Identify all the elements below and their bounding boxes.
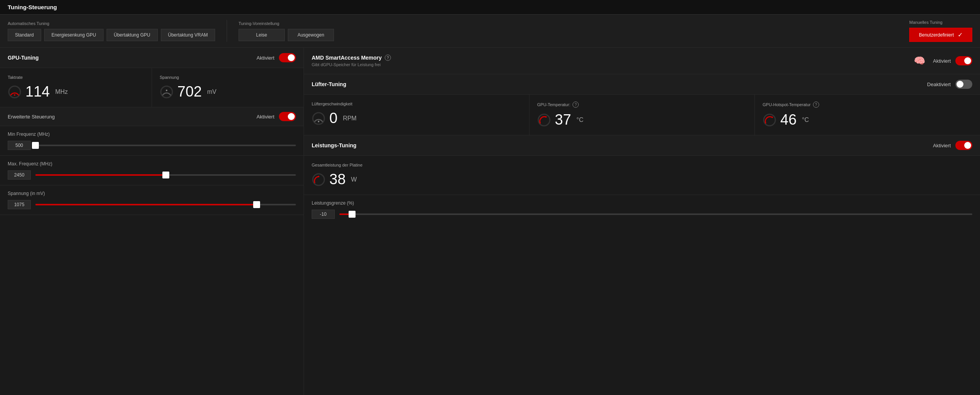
app-title: Tuning-Steuerung	[8, 4, 972, 10]
lufeter-status: Deaktiviert	[927, 80, 972, 89]
taktrate-gauge-svg	[8, 85, 22, 99]
hotspot-temp-cell: GPU-Hotspot-Temperatur ? 46 °C	[755, 95, 980, 135]
preset-divider-1	[227, 20, 227, 42]
svg-point-1	[14, 94, 15, 96]
preset-btn-energie[interactable]: Energiesenkung GPU	[44, 29, 104, 41]
leistung-toggle-track	[955, 141, 972, 150]
gesamtleistung-value-row: 38 W	[312, 171, 972, 188]
hotspot-gauge-svg	[763, 113, 776, 127]
svg-point-11	[318, 176, 319, 177]
taktrate-gauge-icon	[8, 85, 22, 99]
smart-access-section: AMD SmartAccess Memory ? Gibt dGPU-Speic…	[304, 48, 980, 74]
spannung-mv-section: Spannung (in mV) 1075	[0, 185, 304, 215]
lufeter-geschwindigkeit-unit: RPM	[343, 115, 357, 122]
lufeter-toggle-track	[955, 80, 972, 89]
svg-point-5	[318, 121, 319, 122]
gpu-temp-gauge-svg	[537, 113, 551, 127]
main-content: GPU-Tuning Aktiviert Taktrate	[0, 48, 980, 395]
manuell-btn[interactable]: Benutzerdefiniert ✓	[909, 28, 972, 42]
gesamtleistung-section: Gesamtleistung der Platine 38 W	[304, 156, 980, 195]
gpu-tuning-toggle-track	[279, 53, 296, 62]
leistung-header: Leistungs-Tuning Aktiviert	[304, 135, 980, 156]
hotspot-temp-info-icon[interactable]: ?	[813, 102, 819, 108]
svg-point-7	[545, 116, 547, 118]
erweiterte-row: Erweiterte Steuerung Aktiviert	[0, 107, 304, 126]
lufeter-metrics-row: Lüftergeschwindigkeit 0 RPM	[304, 95, 980, 135]
gpu-tuning-status: Aktiviert	[257, 53, 296, 62]
gpu-tuning-header: GPU-Tuning Aktiviert	[0, 48, 304, 68]
leistungsgrenze-label: Leistungsgrenze (%)	[312, 200, 972, 206]
lufeter-title: Lüfter-Tuning	[312, 81, 346, 87]
lufeter-header: Lüfter-Tuning Deaktiviert	[304, 74, 980, 95]
hotspot-temp-label: GPU-Hotspot-Temperatur ?	[763, 102, 972, 108]
gesamtleistung-gauge-icon	[312, 173, 326, 187]
spannung-cell: Spannung 702 mV	[152, 68, 304, 107]
taktrate-label: Taktrate	[8, 75, 144, 80]
auto-tuning-section: Automatisches Tuning Standard Energiesen…	[8, 21, 215, 41]
voreinstellung-label: Tuning-Voreinstellung	[239, 21, 334, 26]
spannung-mv-fill	[35, 204, 257, 205]
spannung-gauge-svg	[160, 85, 174, 99]
erweiterte-label: Erweiterte Steuerung	[8, 114, 55, 120]
max-freq-track[interactable]	[35, 174, 296, 176]
smart-access-status: Aktiviert	[933, 56, 972, 65]
preset-btn-leise[interactable]: Leise	[239, 29, 285, 41]
svg-point-9	[771, 117, 773, 118]
svg-point-3	[166, 90, 167, 91]
erweiterte-toggle-track	[279, 112, 296, 121]
leistungsgrenze-row: -10	[312, 210, 972, 219]
smart-access-toggle[interactable]	[955, 56, 972, 65]
max-freq-label: Max. Frequenz (MHz)	[8, 161, 296, 167]
svg-point-0	[9, 86, 20, 98]
leistung-toggle-thumb	[964, 142, 971, 149]
max-freq-thumb[interactable]	[162, 172, 169, 178]
leistungsgrenze-section: Leistungsgrenze (%) -10	[304, 195, 980, 224]
auto-tuning-label: Automatisches Tuning	[8, 21, 215, 26]
taktrate-unit: MHz	[55, 88, 68, 95]
smart-access-desc: Gibt dGPU-Speicher für Leistung frei	[312, 62, 906, 67]
smart-access-info: AMD SmartAccess Memory ? Gibt dGPU-Speic…	[312, 55, 906, 67]
taktrate-value-row: 114 MHz	[8, 83, 144, 100]
smart-access-info-icon[interactable]: ?	[385, 55, 391, 61]
spannung-value: 702	[177, 83, 202, 100]
gpu-temp-value-row: 37 °C	[537, 112, 747, 128]
min-freq-row: 500	[8, 141, 296, 150]
hotspot-temp-value: 46	[780, 112, 796, 128]
lufeter-gauge-icon	[312, 112, 326, 125]
preset-btn-uebertaktung-vram[interactable]: Übertaktung VRAM	[161, 29, 215, 41]
gesamtleistung-value: 38	[329, 171, 346, 188]
leistung-status-label: Aktiviert	[933, 143, 951, 148]
leistungsgrenze-thumb[interactable]	[349, 211, 356, 218]
gpu-tuning-toggle-thumb	[288, 54, 295, 61]
preset-btn-ausgewogen[interactable]: Ausgewogen	[288, 29, 334, 41]
lufeter-toggle[interactable]	[955, 80, 972, 89]
smart-access-title: AMD SmartAccess Memory	[312, 55, 382, 61]
erweiterte-toggle[interactable]	[279, 112, 296, 121]
leistung-toggle[interactable]	[955, 141, 972, 150]
spannung-mv-track[interactable]	[35, 204, 296, 205]
gpu-tuning-toggle[interactable]	[279, 53, 296, 62]
preset-btn-uebertaktung-gpu[interactable]: Übertaktung GPU	[107, 29, 158, 41]
preset-btn-standard[interactable]: Standard	[8, 29, 41, 41]
spannung-mv-value: 1075	[8, 200, 31, 209]
spannung-unit: mV	[207, 88, 216, 95]
gpu-temp-info-icon[interactable]: ?	[573, 102, 579, 108]
taktrate-cell: Taktrate 114 MHz	[0, 68, 152, 107]
min-freq-track[interactable]	[35, 145, 296, 146]
smart-access-toggle-track	[955, 56, 972, 65]
app-header: Tuning-Steuerung	[0, 0, 980, 15]
auto-tuning-buttons: Standard Energiesenkung GPU Übertaktung …	[8, 29, 215, 41]
spannung-mv-thumb[interactable]	[253, 201, 260, 208]
hotspot-gauge-icon	[763, 113, 776, 127]
min-freq-thumb[interactable]	[32, 142, 39, 149]
spannung-gauge-icon	[160, 85, 174, 99]
spannung-label: Spannung	[160, 75, 296, 80]
leistung-title: Leistungs-Tuning	[312, 142, 356, 148]
checkmark-icon: ✓	[958, 31, 963, 38]
preset-bar: Automatisches Tuning Standard Energiesen…	[0, 15, 980, 48]
max-freq-row: 2450	[8, 170, 296, 180]
taktrate-spannung-row: Taktrate 114 MHz Spannung	[0, 68, 304, 107]
spannung-value-row: 702 mV	[160, 83, 296, 100]
leistungsgrenze-track[interactable]	[339, 213, 972, 215]
gesamtleistung-label: Gesamtleistung der Platine	[312, 163, 972, 167]
